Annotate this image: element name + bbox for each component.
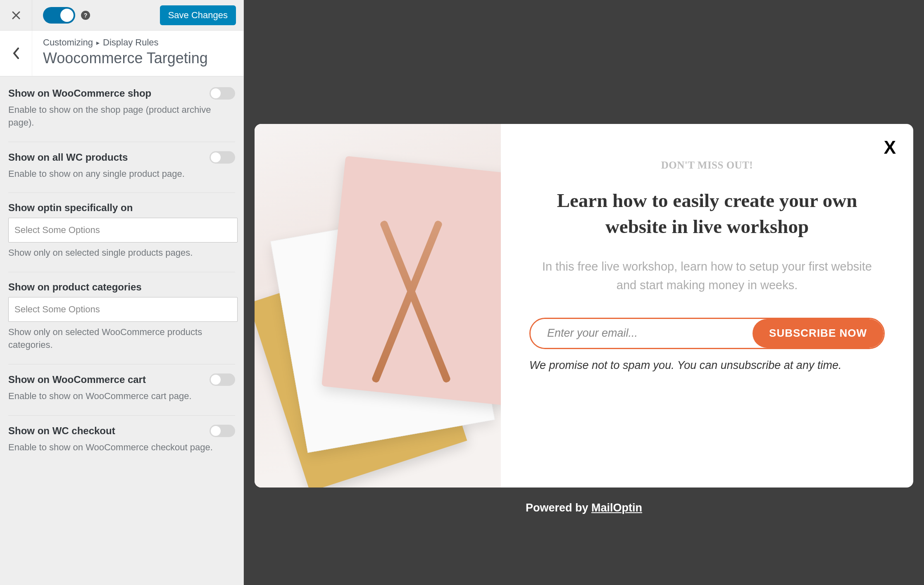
chevron-left-icon <box>12 48 20 59</box>
setting-checkout: Show on WC checkout Enable to show on Wo… <box>8 416 235 466</box>
campaign-active-toggle[interactable] <box>43 7 75 24</box>
powered-link[interactable]: MailOptin <box>591 502 642 514</box>
setting-desc: Show only on selected WooCommerce produc… <box>8 326 235 352</box>
back-button[interactable] <box>0 31 32 76</box>
customizer-topbar: ? Save Changes <box>0 0 243 31</box>
setting-label: Show on WooCommerce cart <box>8 374 146 385</box>
page-title: Woocommerce Targeting <box>43 50 233 67</box>
toggle-shop[interactable] <box>210 87 235 100</box>
toggle-cart[interactable] <box>210 373 235 386</box>
settings-list: Show on WooCommerce shop Enable to show … <box>0 76 243 585</box>
setting-categories: Show on product categories Select Some O… <box>8 272 235 364</box>
breadcrumb-root: Customizing <box>43 37 93 48</box>
setting-label: Show on product categories <box>8 281 142 293</box>
setting-desc: Enable to show on the shop page (product… <box>8 104 235 129</box>
powered-prefix: Powered by <box>526 502 591 514</box>
setting-desc: Show only on selected single products pa… <box>8 247 235 259</box>
breadcrumb-current: Display Rules <box>103 37 159 48</box>
close-customizer-button[interactable] <box>0 0 32 30</box>
setting-desc: Enable to show on any single product pag… <box>8 168 235 181</box>
popup-overline: DON'T MISS OUT! <box>661 159 753 171</box>
popup-close-button[interactable]: X <box>884 137 896 158</box>
chevron-right-icon: ▸ <box>96 39 100 47</box>
optin-popup: X DON'T MISS OUT! Learn how to easily cr… <box>255 124 913 488</box>
popup-disclaimer: We promise not to spam you. You can unsu… <box>529 359 885 372</box>
setting-label: Show on all WC products <box>8 152 128 163</box>
signup-form: SUBSCRIBE NOW <box>529 318 885 349</box>
setting-label: Show on WC checkout <box>8 425 115 437</box>
setting-products: Show on all WC products Enable to show o… <box>8 142 235 193</box>
setting-specific: Show optin specifically on Select Some O… <box>8 193 235 272</box>
subscribe-button[interactable]: SUBSCRIBE NOW <box>753 319 884 348</box>
setting-label: Show optin specifically on <box>8 202 133 214</box>
toggle-products[interactable] <box>210 151 235 164</box>
select-product-categories[interactable]: Select Some Options <box>8 297 238 322</box>
popup-subtext: In this free live workshop, learn how to… <box>538 257 876 295</box>
popup-image <box>255 124 501 488</box>
customizer-sidebar: ? Save Changes Customizing ▸ Display Rul… <box>0 0 244 585</box>
setting-cart: Show on WooCommerce cart Enable to show … <box>8 364 235 416</box>
save-button[interactable]: Save Changes <box>160 5 236 25</box>
setting-shop: Show on WooCommerce shop Enable to show … <box>8 86 235 142</box>
close-icon <box>11 10 21 20</box>
breadcrumb: Customizing ▸ Display Rules <box>43 37 233 48</box>
panel-header: Customizing ▸ Display Rules Woocommerce … <box>0 31 243 76</box>
setting-label: Show on WooCommerce shop <box>8 88 151 99</box>
setting-desc: Enable to show on WooCommerce checkout p… <box>8 441 235 454</box>
toggle-checkout[interactable] <box>210 425 235 437</box>
powered-by: Powered by MailOptin <box>526 502 642 514</box>
email-input[interactable] <box>531 319 753 348</box>
help-icon[interactable]: ? <box>81 11 90 20</box>
popup-headline: Learn how to easily create your own webs… <box>526 188 888 240</box>
preview-pane: X DON'T MISS OUT! Learn how to easily cr… <box>244 0 924 585</box>
popup-content: DON'T MISS OUT! Learn how to easily crea… <box>501 124 913 488</box>
setting-desc: Enable to show on WooCommerce cart page. <box>8 390 235 403</box>
select-specific-products[interactable]: Select Some Options <box>8 218 238 243</box>
